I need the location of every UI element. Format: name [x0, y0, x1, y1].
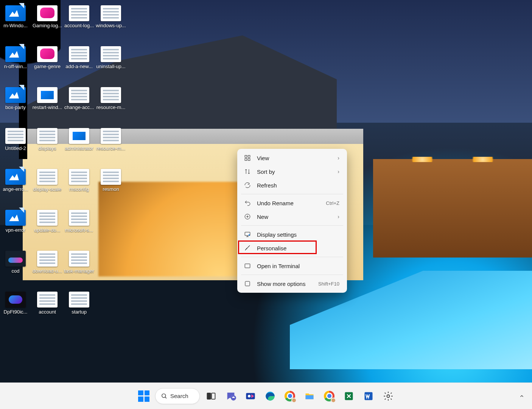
file-label: n-off-win... [0, 64, 31, 70]
display-icon [244, 231, 251, 238]
file-thumbnail [69, 210, 89, 226]
file-label: startup [64, 309, 95, 315]
desktop-icon[interactable]: box-party [0, 87, 31, 111]
context-menu-label: Refresh [257, 182, 339, 189]
desktop-icon[interactable]: resmon [95, 169, 126, 192]
file-thumbnail [69, 5, 89, 21]
file-label: download-u... [32, 268, 63, 274]
excel-button[interactable] [341, 388, 357, 404]
desktop-icon[interactable]: n-off-win... [0, 46, 31, 70]
start-button[interactable] [135, 388, 152, 404]
context-menu-hotkey: Ctrl+Z [326, 200, 339, 206]
file-thumbnail [5, 128, 26, 144]
desktop-icon[interactable]: Untitled-2 [0, 128, 31, 151]
desktop-icon[interactable]: vpn-error [0, 210, 31, 233]
chevron-right-icon: › [338, 169, 339, 175]
edge-button[interactable] [262, 388, 278, 404]
file-explorer-button[interactable] [301, 388, 318, 404]
desktop-icon[interactable]: Gaming-log... [32, 5, 63, 29]
desktop-icon[interactable]: change-acc... [64, 87, 95, 111]
file-thumbnail [5, 251, 26, 267]
system-tray[interactable] [517, 391, 527, 401]
svg-rect-16 [306, 395, 314, 399]
chrome-button[interactable] [282, 388, 298, 404]
desktop-icon[interactable]: account [32, 292, 63, 315]
terminal-icon [244, 262, 251, 269]
svg-point-19 [387, 395, 390, 397]
desktop-icon[interactable]: uninstall-up... [95, 46, 126, 70]
file-label: cod [0, 268, 31, 274]
desktop-context-menu: View › Sort by › Refresh Undo Rename Ctr… [237, 149, 347, 293]
context-menu-item-show-more-options[interactable]: Show more options Shift+F10 [240, 277, 345, 290]
desktop-icon[interactable]: rn-Windo... [0, 5, 31, 29]
file-thumbnail [69, 128, 89, 144]
video-editor-button[interactable] [242, 388, 259, 404]
context-menu-label: Personalise [257, 245, 339, 251]
context-menu-item-open-in-terminal[interactable]: Open in Terminal [240, 259, 345, 273]
svg-rect-2 [245, 159, 247, 161]
file-label: ange-erro... [0, 186, 31, 192]
file-label: game-genre [32, 64, 63, 70]
file-label: task-manager [64, 268, 95, 274]
desktop-icon[interactable]: ange-erro... [0, 169, 31, 192]
desktop-icon[interactable]: add-a-new... [64, 46, 95, 70]
desktop-icon[interactable]: displays [32, 128, 63, 151]
desktop-icon[interactable]: DpFt90ic... [0, 292, 31, 315]
file-label: Untitled-2 [0, 145, 31, 151]
file-thumbnail [5, 169, 26, 185]
refresh-icon [244, 182, 251, 189]
settings-button[interactable] [380, 388, 397, 404]
file-label: displays [32, 145, 63, 151]
file-thumbnail [101, 169, 121, 185]
file-thumbnail [69, 87, 89, 103]
desktop-icon[interactable]: microsoft-s... [64, 210, 95, 233]
desktop-icon[interactable]: restart-wind... [32, 87, 63, 111]
chat-button[interactable] [222, 388, 239, 404]
context-menu-hotkey: Shift+F10 [318, 281, 339, 287]
file-thumbnail [37, 210, 58, 226]
desktop-icon[interactable]: cod [0, 251, 31, 274]
context-menu-item-undo-rename[interactable]: Undo Rename Ctrl+Z [240, 196, 345, 210]
tray-overflow-chevron[interactable] [517, 391, 527, 401]
desktop-icon[interactable]: windows-up... [95, 5, 126, 29]
desktop-icon[interactable]: account-log... [64, 5, 95, 29]
file-label: restart-wind... [32, 105, 63, 111]
chrome2-button[interactable] [321, 388, 338, 404]
file-label: box-party [0, 105, 31, 111]
desktop-icon[interactable]: display-scale [32, 169, 63, 192]
file-thumbnail [37, 46, 58, 62]
file-label: add-a-new... [64, 64, 95, 70]
taskbar-search[interactable]: Search [155, 388, 200, 404]
file-thumbnail [69, 46, 89, 62]
svg-rect-0 [245, 155, 247, 157]
file-label: resmon [95, 186, 126, 192]
desktop-icon[interactable]: resource-m... [95, 87, 126, 111]
task-view-button[interactable] [203, 388, 219, 404]
context-menu-item-sort-by[interactable]: Sort by › [240, 165, 345, 178]
file-thumbnail [37, 251, 58, 267]
desktop-icon[interactable]: download-u... [32, 251, 63, 274]
desktop-icon[interactable]: game-genre [32, 46, 63, 70]
desktop-icon[interactable]: resource-m... [95, 128, 126, 151]
context-menu-label: Display settings [257, 231, 339, 238]
svg-rect-1 [248, 155, 250, 157]
file-label: administrator [64, 145, 95, 151]
file-label: windows-up... [95, 23, 126, 29]
context-menu-item-new[interactable]: New › [240, 210, 345, 223]
desktop-icon[interactable]: msconfig [64, 169, 95, 192]
word-button[interactable] [360, 388, 377, 404]
svg-point-6 [249, 234, 250, 236]
desktop-icon[interactable]: update-do... [32, 210, 63, 233]
file-label: rn-Windo... [0, 23, 31, 29]
desktop-icon[interactable]: startup [64, 292, 95, 315]
file-label: Gaming-log... [32, 23, 63, 29]
file-thumbnail [69, 292, 89, 308]
desktop-icon[interactable]: administrator [64, 128, 95, 151]
desktop-icon[interactable]: task-manager [64, 251, 95, 274]
context-menu-item-refresh[interactable]: Refresh [240, 178, 345, 192]
file-thumbnail [101, 87, 121, 103]
context-menu-item-personalise[interactable]: Personalise [240, 241, 345, 255]
context-menu-item-view[interactable]: View › [240, 151, 345, 165]
file-label: microsoft-s... [64, 227, 95, 233]
context-menu-item-display-settings[interactable]: Display settings [240, 228, 345, 241]
